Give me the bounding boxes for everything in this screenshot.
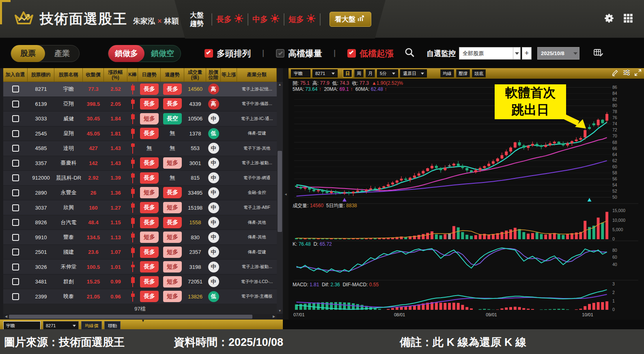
- restore-kline-select[interactable]: 還原日: [400, 69, 427, 77]
- sun-icon: [234, 14, 243, 25]
- ma-price-button[interactable]: 均線價: [81, 321, 102, 329]
- row-checkbox[interactable]: [12, 174, 19, 181]
- table-header-row: 加入自選股票標的股票名稱收盤價漲跌幅(%)K棒日趨勢週趨勢成交量(張)股價位階等…: [3, 68, 277, 82]
- row-checkbox[interactable]: [12, 249, 19, 255]
- checkbox-icon[interactable]: [347, 49, 356, 58]
- market-trend-label: 大盤趨勢: [189, 11, 205, 28]
- column-header[interactable]: 日趨勢: [138, 68, 161, 82]
- row-checkbox[interactable]: [12, 204, 19, 211]
- filter-checkbox[interactable]: 高檔爆量: [276, 48, 322, 59]
- tab-lock-long[interactable]: 鎖做多: [108, 45, 144, 62]
- day-trend-badge: 長多: [138, 260, 161, 274]
- panel-collapse-handle[interactable]: ◂: [283, 68, 289, 320]
- price-position-badge: 低: [208, 291, 219, 302]
- table-row[interactable]: 3357臺慶科1421.43長多短多3001中電子上游-被動...: [3, 156, 277, 171]
- table-row[interactable]: 8926台汽電48.41.15長多長多1558中傳產-其他: [3, 215, 277, 230]
- table-row[interactable]: 2545皇翔45.051.81長多無1378低傳產-營建: [3, 127, 277, 142]
- minute-period-select[interactable]: 5分: [377, 69, 398, 77]
- checkbox-icon[interactable]: [205, 49, 213, 58]
- watchlist-select[interactable]: 全部股票: [459, 47, 521, 60]
- tab-lock-short[interactable]: 鎖做空: [144, 45, 181, 62]
- chart-area[interactable]: 5052545658606264666870727476788082848605…: [289, 79, 644, 320]
- day-trend-badge: 長多: [138, 171, 161, 185]
- day-trend-badge: 長多: [138, 97, 161, 112]
- table-row[interactable]: 3037欣興1601.27長多短多15198中電子上游-ABF: [3, 200, 277, 215]
- top-bottom-button[interactable]: 頭底: [472, 69, 486, 77]
- stock-code: 4585: [28, 141, 54, 156]
- row-checkbox[interactable]: [12, 160, 19, 167]
- table-row[interactable]: 9910豐泰134.51.13短多短多830中傳產-其他: [3, 230, 277, 245]
- author-names: 朱家泓×林穎: [133, 16, 179, 26]
- row-checkbox[interactable]: [12, 219, 19, 226]
- table-row[interactable]: 3033威健30.451.84短多長空10506中電子上游-IC-通...: [3, 112, 277, 127]
- column-header[interactable]: 收盤價: [83, 68, 104, 82]
- period-day-button[interactable]: 日: [343, 69, 352, 77]
- chevron-down-icon[interactable]: [513, 47, 520, 59]
- row-checkbox[interactable]: [12, 264, 19, 270]
- period-week-button[interactable]: 周: [354, 69, 364, 77]
- column-header[interactable]: 漲跌幅(%): [104, 68, 127, 82]
- table-row[interactable]: 2399映泰21.050.96長多短多13826低電子中游-主機板: [3, 289, 277, 304]
- row-checkbox[interactable]: [12, 189, 19, 196]
- fullscreen-expand-icon[interactable]: [634, 69, 642, 78]
- bottom-symbol-input[interactable]: 宇瞻: [3, 321, 41, 329]
- draw-pencil-icon[interactable]: [612, 69, 619, 78]
- table-row[interactable]: 912000晨訊科-DR2.921.39長多無815中電子中游-網通: [3, 171, 277, 186]
- table-row[interactable]: 6139亞翔398.52.05長多長多4339高電子中游-儀器...: [3, 97, 277, 112]
- svg-text:76: 76: [612, 115, 617, 120]
- stock-name: 豐泰: [54, 230, 83, 245]
- vertical-scrollbar[interactable]: ▲▼: [277, 82, 283, 314]
- bottom-code-select[interactable]: 8271: [43, 321, 79, 329]
- column-header[interactable]: 股票名稱: [54, 68, 83, 82]
- chart-symbol-select[interactable]: 8271: [312, 69, 338, 77]
- row-checkbox[interactable]: [12, 278, 19, 285]
- tab-stock[interactable]: 股票: [11, 45, 45, 62]
- indicator-settings-icon[interactable]: [623, 69, 630, 77]
- collapse-caret-icon[interactable]: ▼: [141, 320, 145, 323]
- stock-code: 3033: [28, 112, 54, 126]
- settings-gear-icon[interactable]: [604, 13, 615, 25]
- table-row[interactable]: 3481群創15.250.99長多短多72051中電子中游-LCD-...: [3, 275, 277, 290]
- change-percent: 1.43: [104, 156, 127, 171]
- checkbox-icon[interactable]: [276, 49, 284, 58]
- apps-grid-icon[interactable]: [623, 13, 633, 25]
- period-month-button[interactable]: 月: [366, 69, 375, 77]
- column-header[interactable]: 股票標的: [28, 68, 54, 82]
- row-checkbox[interactable]: [12, 130, 19, 137]
- column-header[interactable]: 產業分類: [237, 68, 277, 82]
- stock-code: 2890: [28, 186, 54, 200]
- table-row[interactable]: 8271宇瞻77.32.52長多長多14560高電子上游-記憶...: [3, 82, 277, 97]
- svg-text:08/01: 08/01: [394, 312, 405, 317]
- column-header[interactable]: 等上漲: [221, 68, 237, 82]
- filter-checkbox[interactable]: 低檔起漲: [347, 48, 394, 59]
- row-checkbox[interactable]: [12, 293, 19, 300]
- date-select[interactable]: 2025/10/8: [537, 47, 579, 60]
- column-header[interactable]: 週趨勢: [161, 68, 184, 82]
- column-header[interactable]: 成交量(張): [184, 68, 206, 82]
- search-icon[interactable]: [404, 47, 415, 60]
- tab-industry[interactable]: 產業: [45, 45, 79, 62]
- row-checkbox[interactable]: [12, 86, 19, 92]
- row-checkbox[interactable]: [12, 115, 19, 122]
- column-header[interactable]: 加入自選: [3, 68, 28, 82]
- row-checkbox[interactable]: [12, 101, 19, 107]
- horizontal-scrollbar[interactable]: ◀▶: [3, 314, 277, 320]
- filter-checkbox[interactable]: 多頭排列: [205, 48, 251, 59]
- stock-code: 3357: [28, 156, 54, 171]
- support-resistance-button[interactable]: 壓撐: [456, 69, 470, 77]
- column-header[interactable]: K棒: [127, 68, 138, 82]
- add-watchlist-button[interactable]: +: [522, 47, 532, 60]
- table-row[interactable]: 2890永豐金261.36短多長多33495中金融-金控: [3, 186, 277, 201]
- table-row[interactable]: 4585達明4271.43無無553中電子下游-其他: [3, 141, 277, 156]
- ma-tool-button[interactable]: 均線: [440, 69, 454, 77]
- row-checkbox[interactable]: [12, 145, 19, 152]
- link-button[interactable]: 聯動: [104, 321, 121, 329]
- edit-watchlist-table-icon[interactable]: [593, 48, 604, 59]
- chevron-down-icon[interactable]: [572, 47, 579, 59]
- row-checkbox[interactable]: [12, 234, 19, 241]
- column-header[interactable]: 股價位階: [206, 68, 221, 82]
- table-row[interactable]: 3026禾伸堂100.51.01長多短多3198中電子上游-被動...: [3, 260, 277, 275]
- table-row[interactable]: 2501國建23.61.07長多短多2357中傳產-營建: [3, 245, 277, 260]
- divider: [211, 13, 212, 26]
- view-market-button[interactable]: 看大盤: [330, 12, 371, 27]
